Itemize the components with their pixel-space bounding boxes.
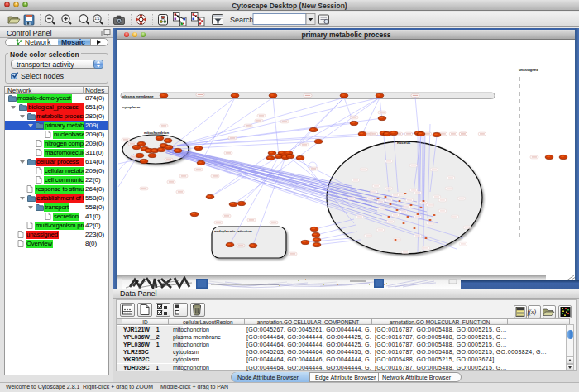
svg-text:Search:: Search: — [230, 16, 256, 24]
svg-text:f(x): f(x) — [528, 308, 537, 316]
svg-text:unassigned: unassigned — [519, 68, 538, 72]
svg-text:plasma membrane: plasma membrane — [122, 94, 154, 98]
svg-text:1:1: 1:1 — [94, 17, 100, 21]
svg-text:mitochondrion: mitochondrion — [144, 131, 169, 135]
svg-text:endoplasmic reticulum: endoplasmic reticulum — [214, 229, 252, 233]
svg-text:nucleus: nucleus — [397, 141, 411, 145]
svg-text:cytoplasm: cytoplasm — [122, 105, 140, 109]
